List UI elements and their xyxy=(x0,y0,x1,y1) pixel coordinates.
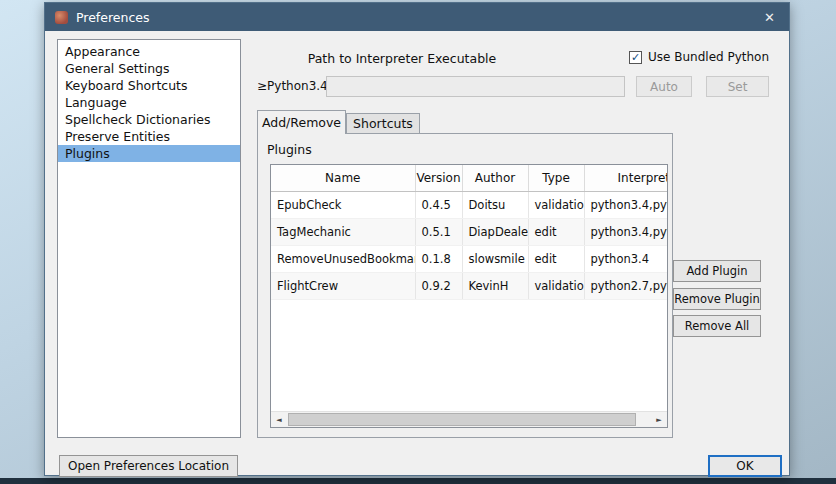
cell-interpreter[interactable]: python3.4,pyth xyxy=(584,191,668,218)
table-row[interactable]: TagMechanic 0.5.1 DiapDealer edit python… xyxy=(271,218,668,245)
table-row[interactable]: EpubCheck 0.4.5 Doitsu validation python… xyxy=(271,191,668,218)
cell-author[interactable]: KevinH xyxy=(462,272,528,299)
column-header-author[interactable]: Author xyxy=(462,165,528,191)
checkbox-box[interactable]: ✓ xyxy=(629,51,642,64)
column-header-interpreter[interactable]: Interprete xyxy=(584,165,668,191)
set-button[interactable]: Set xyxy=(706,76,769,97)
column-header-name[interactable]: Name xyxy=(271,165,415,191)
column-header-type[interactable]: Type xyxy=(528,165,584,191)
window-title: Preferences xyxy=(76,10,150,25)
cell-type[interactable]: edit xyxy=(528,218,584,245)
sidebar-item-keyboard-shortcuts[interactable]: Keyboard Shortcuts xyxy=(58,77,240,94)
cell-name[interactable]: TagMechanic xyxy=(271,218,415,245)
desktop-bottom-strip xyxy=(0,478,836,484)
auto-button[interactable]: Auto xyxy=(636,76,692,97)
table-row[interactable]: RemoveUnusedBookmarks 0.1.8 slowsmile ed… xyxy=(271,245,668,272)
python-version-label: ≥Python3.4: xyxy=(257,79,332,93)
category-list: Appearance General Settings Keyboard Sho… xyxy=(57,39,241,438)
remove-all-button[interactable]: Remove All xyxy=(673,315,761,337)
horizontal-scrollbar[interactable]: ◄ ► xyxy=(271,411,667,427)
cell-version[interactable]: 0.5.1 xyxy=(415,218,462,245)
cell-name[interactable]: RemoveUnusedBookmarks xyxy=(271,245,415,272)
tab-add-remove[interactable]: Add/Remove xyxy=(257,110,346,134)
open-preferences-location-button[interactable]: Open Preferences Location xyxy=(59,455,238,477)
scrollbar-thumb[interactable] xyxy=(288,413,636,426)
table-header-row: Name Version Author Type Interprete xyxy=(271,165,668,191)
check-icon: ✓ xyxy=(631,52,640,63)
sidebar-item-spellcheck-dictionaries[interactable]: Spellcheck Dictionaries xyxy=(58,111,240,128)
cell-version[interactable]: 0.1.8 xyxy=(415,245,462,272)
column-header-version[interactable]: Version xyxy=(415,165,462,191)
sidebar-item-plugins[interactable]: Plugins xyxy=(58,145,240,162)
checkbox-label: Use Bundled Python xyxy=(648,50,769,64)
add-plugin-button[interactable]: Add Plugin xyxy=(673,260,761,282)
cell-author[interactable]: Doitsu xyxy=(462,191,528,218)
plugins-table: Name Version Author Type Interprete Epub… xyxy=(270,164,668,428)
remove-plugin-button[interactable]: Remove Plugin xyxy=(673,288,761,310)
table-row[interactable]: FlightCrew 0.9.2 KevinH validation pytho… xyxy=(271,272,668,299)
plugins-section-label: Plugins xyxy=(267,142,312,157)
sidebar-item-preserve-entities[interactable]: Preserve Entities xyxy=(58,128,240,145)
cell-type[interactable]: validation xyxy=(528,272,584,299)
close-icon[interactable]: ✕ xyxy=(760,10,779,25)
scrollbar-track[interactable] xyxy=(287,412,651,428)
sidebar-item-language[interactable]: Language xyxy=(58,94,240,111)
cell-type[interactable]: validation xyxy=(528,191,584,218)
scroll-left-icon[interactable]: ◄ xyxy=(271,412,287,428)
sidebar-item-appearance[interactable]: Appearance xyxy=(58,43,240,60)
tab-shortcuts[interactable]: Shortcuts xyxy=(346,113,420,134)
add-remove-tab-panel: Plugins Name Version Author Type Interpr… xyxy=(257,133,673,438)
preferences-window: Preferences ✕ Appearance General Setting… xyxy=(44,2,790,476)
interpreter-path-input[interactable] xyxy=(326,76,625,97)
ok-button[interactable]: OK xyxy=(708,455,782,477)
cell-type[interactable]: edit xyxy=(528,245,584,272)
cell-name[interactable]: EpubCheck xyxy=(271,191,415,218)
cell-version[interactable]: 0.9.2 xyxy=(415,272,462,299)
desktop-background: Preferences ✕ Appearance General Setting… xyxy=(0,0,836,484)
cell-interpreter[interactable]: python3.4 xyxy=(584,245,668,272)
titlebar[interactable]: Preferences ✕ xyxy=(45,3,789,31)
sidebar-item-general-settings[interactable]: General Settings xyxy=(58,60,240,77)
cell-author[interactable]: slowsmile xyxy=(462,245,528,272)
scroll-right-icon[interactable]: ► xyxy=(651,412,667,428)
cell-version[interactable]: 0.4.5 xyxy=(415,191,462,218)
cell-interpreter[interactable]: python3.4,pyth xyxy=(584,218,668,245)
app-icon xyxy=(55,11,68,24)
use-bundled-python-checkbox[interactable]: ✓ Use Bundled Python xyxy=(629,50,769,64)
cell-name[interactable]: FlightCrew xyxy=(271,272,415,299)
cell-author[interactable]: DiapDealer xyxy=(462,218,528,245)
interpreter-section-title: Path to Interpreter Executable xyxy=(257,51,547,66)
cell-interpreter[interactable]: python2.7,pyth xyxy=(584,272,668,299)
